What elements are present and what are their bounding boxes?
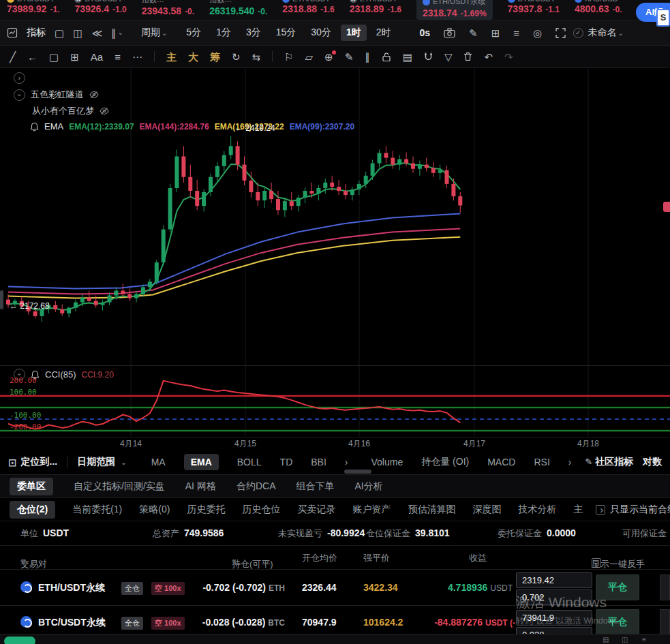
position-row-btc[interactable]: BTC/USDT永续 全仓 空 100x -0.028 (-0.028)BTC … [0,605,670,634]
only-current-filter[interactable]: 只显示当前合约 [596,498,670,521]
order-tab[interactable]: 自定义指标/回测/实盘 [74,480,165,493]
layout-name-dropdown[interactable]: 未命名⌄ [588,27,624,39]
indicator-tab-EMA[interactable]: EMA [184,454,219,470]
templates-icon[interactable]: ▢ [55,28,64,38]
mini-scrollbar[interactable] [0,290,3,309]
indicator-tab-BOLL[interactable]: BOLL [237,457,262,467]
cloud-save-icon[interactable]: ✓ [573,28,583,38]
cci-title[interactable]: CCI(85) [45,369,76,380]
position-tab[interactable]: 预估清算图 [408,504,455,516]
line-tool-icon[interactable]: ╱ [10,52,16,62]
marker-tool-icon[interactable]: ✎ [345,52,354,62]
indicator-tab-BBI[interactable]: BBI [311,457,326,467]
parallel-lines-tool-icon[interactable]: ≡ [115,52,121,62]
ticker-item[interactable]: WBTC/USDT73926.4-1.0 [74,0,126,14]
indicator-tab-›[interactable]: › [345,457,348,467]
pair-name[interactable]: ETH/USDT永续 [38,582,105,594]
date-label[interactable]: 4月16 [348,438,370,450]
position-tab[interactable]: 技术分析 [518,504,556,516]
undo-button-icon[interactable]: ↶ [484,52,493,62]
timeframe-3分[interactable]: 3分 [241,25,267,41]
more-tools-icon[interactable]: ⋯ [132,52,142,62]
community-indicators-tab[interactable]: ✎ 社区指标 [585,456,633,468]
order-tab[interactable]: 委单区 [10,478,53,495]
eye-off-icon[interactable] [100,107,109,115]
indicator-tab[interactable]: › [568,457,572,467]
status-bar-icon[interactable]: ▤ [603,636,609,643]
position-tab[interactable]: 账户资产 [352,504,391,516]
indicator-tab[interactable]: 持仓量 (OI) [421,456,469,468]
lock-tool-icon[interactable] [382,52,391,62]
position-row-eth[interactable]: ETH/USDT永续 全仓 空 100x -0.702 (-0.702)ETH … [0,569,670,605]
chevron-right-icon[interactable]: › [14,72,25,84]
period-dropdown[interactable]: 周期⌄ [141,27,167,39]
ticker-item[interactable]: ETH/USDT2318.88-1.6 [282,0,334,14]
clipped-button[interactable] [660,574,670,600]
status-green-button[interactable] [4,637,35,644]
timeframe-15分[interactable]: 15分 [271,25,302,41]
timeframe-1分[interactable]: 1分 [211,25,237,41]
order-tab[interactable]: AI 网格 [185,480,216,493]
ema-group-label[interactable]: EMA [44,121,63,132]
replay-icon[interactable]: ≪ [91,28,102,38]
locate-button[interactable]: ⊡ 定位到... [8,456,67,468]
position-tab[interactable]: 仓位(2) [10,501,55,519]
timeframe-1时[interactable]: 1时 [341,25,367,41]
zoom-tool-icon[interactable]: ⊕ [324,52,333,62]
clipped-button[interactable] [660,609,670,634]
close-qty-input[interactable]: 0.702 [516,589,592,605]
pin-icon[interactable]: ⚐ [20,558,27,566]
ticker-item[interactable]: BTC/USDT73989.92-1. [7,0,59,14]
chevron-down-icon[interactable]: › [14,89,25,101]
indicator-tab[interactable]: RSI [534,457,549,467]
position-tab[interactable]: 主 [573,504,583,516]
sort-icon[interactable]: ⇅ [232,558,237,566]
list-settings-icon[interactable]: ≡ [513,28,519,38]
replay-tool-icon[interactable]: ↻ [232,52,241,62]
main-tool-icon[interactable]: 主 [166,52,177,62]
ticker-item[interactable]: 指数…23943.58-0. [142,0,194,16]
log-scale-toggle[interactable]: 对数 [643,456,662,468]
camera-icon[interactable] [444,28,455,38]
layout-icon[interactable]: ◫ [73,28,82,38]
pattern-tool-icon[interactable]: ∥ [365,52,370,62]
shape-tool-icon[interactable]: ⊞ [70,52,79,62]
chips-tool-icon[interactable]: 筹 [210,52,220,62]
bookmark-tool-icon[interactable]: ⚐ [284,52,293,62]
position-tab[interactable]: 当前委托(1) [72,504,122,516]
large-tool-icon[interactable]: 大 [188,52,198,62]
text-tool-icon[interactable]: Aa [91,52,103,62]
timeframe-2时[interactable]: 2时 [371,25,397,41]
timeframe-30分[interactable]: 30分 [305,25,337,41]
position-tab[interactable]: 深度图 [472,504,501,516]
ticker-item[interactable]: ETH/USDT永续2318.74-1.69% [416,0,493,20]
note-tool-icon[interactable]: ▤ [403,52,412,62]
alert-bell-icon[interactable] [30,122,39,132]
indicator-tab[interactable]: Volume [371,457,403,467]
filter-tool-icon[interactable]: ▽ [444,52,453,62]
ticker-item[interactable]: BTC/USDT73937.8-1.1 [508,0,560,14]
position-tab[interactable]: 历史仓位 [242,504,280,516]
checkbox-icon[interactable] [596,505,605,515]
fullscreen-icon[interactable] [555,28,566,38]
ticker-item[interactable]: 指数…26319.540-0. [209,0,267,16]
add-panel-icon[interactable]: ⊞ [491,28,500,38]
position-tab[interactable]: 历史委托 [187,504,225,516]
chart-area[interactable]: › › 五色彩虹隧道 从小有个百亿梦 EMA EMA(12):2339.07EM… [0,68,670,450]
order-tab[interactable]: 合约DCA [237,480,276,493]
ticker-item[interactable]: XAU/USD4800.63-0. [575,0,622,14]
date-label[interactable]: 4月15 [234,438,256,450]
status-bar-icon[interactable]: ≡ [642,636,646,643]
indicator-tab[interactable]: MACD [487,457,515,467]
trash-tool-icon[interactable] [463,52,472,61]
ruler-tool-icon[interactable]: ▱ [305,52,314,62]
ticker-item[interactable]: WETH/USDT2318.89-1.6 [350,0,401,14]
redo-button-icon[interactable]: ↷ [504,52,513,62]
position-tab[interactable]: 策略(0) [139,504,170,516]
rectangle-tool-icon[interactable]: ▢ [49,52,59,62]
candle-style-icon[interactable]: ∥⌄ [111,28,123,38]
magnet-tool-icon[interactable] [424,52,433,61]
position-tab[interactable]: 买卖记录 [297,504,335,516]
timeframe-5分[interactable]: 5分 [181,25,207,41]
horizontal-scrollbar[interactable] [344,470,371,474]
